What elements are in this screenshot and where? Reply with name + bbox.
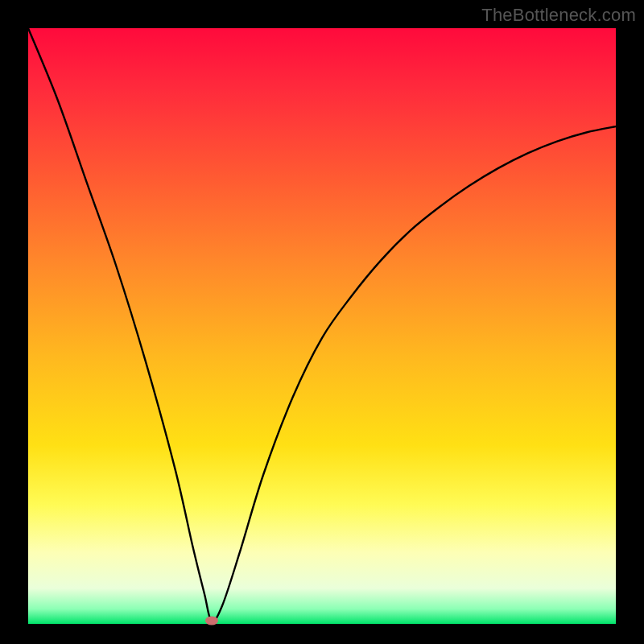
plot-area (28, 28, 616, 624)
watermark-text: TheBottleneck.com (481, 5, 636, 26)
bottleneck-curve (28, 28, 616, 624)
optimum-marker (205, 617, 218, 625)
chart-frame: TheBottleneck.com (0, 0, 644, 644)
